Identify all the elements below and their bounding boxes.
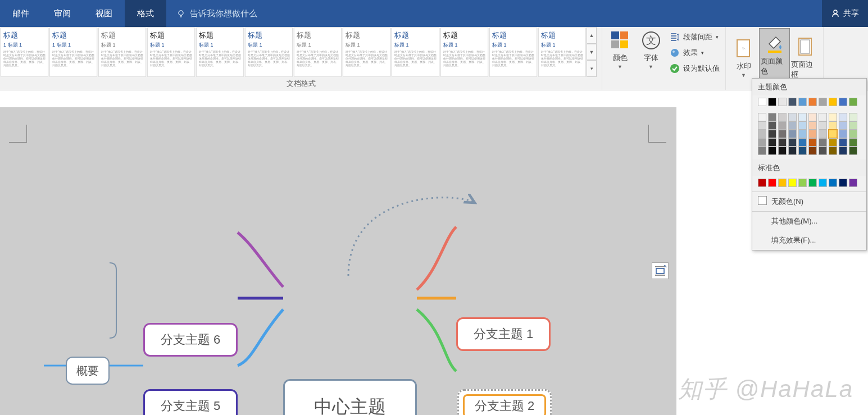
color-swatch[interactable]	[849, 121, 857, 130]
style-thumb[interactable]: 标题标题 1对于"插入"选项卡上的样，在设计时是文分布最了其中的设与文档整体外观…	[343, 28, 390, 77]
set-default-button[interactable]: 设为默认值	[666, 61, 723, 76]
color-swatch[interactable]	[819, 98, 827, 106]
style-thumb[interactable]: 标题1 标题 1对于"插入"选项卡上的样，在设计时是文分布最了其中的设与文档整体…	[1, 28, 48, 77]
color-swatch[interactable]	[839, 130, 847, 138]
document-canvas[interactable]: 中心主题 分支主题 1 分支主题 2 分支主题 3 分支主题 4 分支主题 5 …	[0, 107, 676, 415]
color-swatch[interactable]	[768, 98, 776, 106]
style-thumb[interactable]: 标题标题 1对于"插入"选项卡上的样，在设计时是文分布最了其中的设与文档整体外观…	[538, 28, 586, 77]
style-thumb[interactable]: 标题标题 1对于"插入"选项卡上的样，在设计时是文分布最了其中的设与文档整体外观…	[392, 28, 439, 77]
style-gallery[interactable]: 标题1 标题 1对于"插入"选项卡上的样，在设计时是文分布最了其中的设与文档整体…	[0, 27, 602, 77]
color-swatch[interactable]	[829, 138, 837, 147]
tab-format[interactable]: 格式	[125, 0, 166, 27]
color-swatch[interactable]	[849, 113, 857, 121]
color-swatch[interactable]	[778, 138, 787, 147]
color-swatch[interactable]	[839, 147, 847, 155]
color-swatch[interactable]	[808, 98, 817, 106]
color-swatch[interactable]	[758, 130, 766, 138]
colors-button[interactable]: 颜色▼	[605, 28, 635, 72]
mindmap-summary[interactable]: 概要	[66, 357, 110, 385]
color-swatch[interactable]	[758, 179, 766, 187]
fill-effects-item[interactable]: 填充效果(F)...	[752, 231, 866, 250]
effects-button[interactable]: 效果▾	[666, 45, 723, 61]
style-thumb[interactable]: 标题标题 1对于"插入"选项卡上的样，在设计时是文分布最了其中的设与文档整体外观…	[98, 28, 146, 77]
color-swatch[interactable]	[798, 130, 807, 138]
color-swatch[interactable]	[819, 121, 827, 130]
color-swatch[interactable]	[808, 113, 817, 121]
color-swatch[interactable]	[829, 121, 837, 130]
gallery-more-icon[interactable]: ▾	[587, 60, 597, 77]
color-swatch[interactable]	[768, 121, 776, 130]
color-swatch[interactable]	[849, 98, 857, 106]
color-swatch[interactable]	[829, 147, 837, 155]
color-swatch[interactable]	[808, 138, 817, 147]
color-swatch[interactable]	[849, 130, 857, 138]
color-swatch[interactable]	[819, 138, 827, 147]
color-swatch[interactable]	[798, 147, 807, 155]
color-swatch[interactable]	[778, 98, 787, 106]
color-swatch[interactable]	[798, 113, 807, 121]
color-swatch[interactable]	[788, 113, 797, 121]
style-thumb[interactable]: 标题1 标题 1对于"插入"选项卡上的样，在设计时是文分布最了其中的设与文档整体…	[49, 28, 97, 77]
color-swatch[interactable]	[758, 121, 766, 130]
color-swatch[interactable]	[839, 121, 847, 130]
color-swatch[interactable]	[778, 179, 787, 187]
color-swatch[interactable]	[849, 179, 857, 187]
color-swatch[interactable]	[849, 147, 857, 155]
tab-review[interactable]: 审阅	[42, 0, 83, 27]
style-thumb[interactable]: 标题标题 1对于"插入"选项卡上的样，在设计时是文分布最了其中的设与文档整体外观…	[489, 28, 537, 77]
color-swatch[interactable]	[798, 98, 807, 106]
color-swatch[interactable]	[778, 121, 787, 130]
no-color-item[interactable]: 无颜色(N)	[752, 192, 866, 211]
color-swatch[interactable]	[768, 130, 776, 138]
color-swatch[interactable]	[829, 179, 837, 187]
color-swatch[interactable]	[758, 147, 766, 155]
color-swatch[interactable]	[808, 130, 817, 138]
color-swatch[interactable]	[819, 113, 827, 121]
color-swatch[interactable]	[829, 98, 837, 106]
share-button[interactable]: 共享	[822, 0, 868, 27]
tab-view[interactable]: 视图	[83, 0, 125, 27]
color-swatch[interactable]	[788, 179, 797, 187]
mindmap-branch-2[interactable]: 分支主题 2	[457, 389, 552, 415]
color-swatch[interactable]	[829, 130, 837, 138]
style-thumb[interactable]: 标题标题 1对于"插入"选项卡上的样，在设计时是文分布最了其中的设与文档整体外观…	[294, 28, 342, 77]
style-thumb[interactable]: 标题标题 1对于"插入"选项卡上的样，在设计时是文分布最了其中的设与文档整体外观…	[147, 28, 195, 77]
color-swatch[interactable]	[768, 147, 776, 155]
color-swatch[interactable]	[839, 179, 847, 187]
color-swatch[interactable]	[788, 121, 797, 130]
color-swatch[interactable]	[829, 113, 837, 121]
style-thumb[interactable]: 标题标题 1对于"插入"选项卡上的样，在设计时是文分布最了其中的设与文档整体外观…	[440, 28, 488, 77]
color-swatch[interactable]	[849, 138, 857, 147]
mindmap-branch-1[interactable]: 分支主题 1	[456, 317, 551, 351]
color-swatch[interactable]	[758, 98, 766, 106]
color-swatch[interactable]	[758, 138, 766, 147]
color-swatch[interactable]	[768, 113, 776, 121]
color-swatch[interactable]	[778, 130, 787, 138]
color-swatch[interactable]	[768, 138, 776, 147]
gallery-down-icon[interactable]: ▼	[587, 44, 597, 61]
paragraph-spacing-button[interactable]: 段落间距▾	[666, 29, 723, 45]
color-swatch[interactable]	[798, 138, 807, 147]
layout-options-icon[interactable]	[652, 262, 669, 279]
mindmap-center[interactable]: 中心主题	[283, 379, 417, 415]
color-swatch[interactable]	[758, 113, 766, 121]
color-swatch[interactable]	[839, 138, 847, 147]
tell-me-search[interactable]: 告诉我你想做什么	[166, 0, 822, 27]
mindmap-branch-5[interactable]: 分支主题 5	[143, 389, 238, 415]
fonts-button[interactable]: 文 字体▼	[635, 28, 666, 72]
tab-mail[interactable]: 邮件	[0, 0, 42, 27]
color-swatch[interactable]	[808, 147, 817, 155]
color-swatch[interactable]	[798, 121, 807, 130]
gallery-up-icon[interactable]: ▲	[587, 27, 597, 44]
color-swatch[interactable]	[808, 121, 817, 130]
style-thumb[interactable]: 标题标题 1对于"插入"选项卡上的样，在设计时是文分布最了其中的设与文档整体外观…	[196, 28, 244, 77]
color-swatch[interactable]	[839, 113, 847, 121]
color-swatch[interactable]	[819, 147, 827, 155]
color-swatch[interactable]	[768, 179, 776, 187]
mindmap-branch-6[interactable]: 分支主题 6	[143, 323, 238, 357]
color-swatch[interactable]	[839, 98, 847, 106]
color-swatch[interactable]	[819, 179, 827, 187]
style-thumb[interactable]: 标题标题 1对于"插入"选项卡上的样，在设计时是文分布最了其中的设与文档整体外观…	[245, 28, 293, 77]
color-swatch[interactable]	[788, 130, 797, 138]
color-swatch[interactable]	[798, 179, 807, 187]
